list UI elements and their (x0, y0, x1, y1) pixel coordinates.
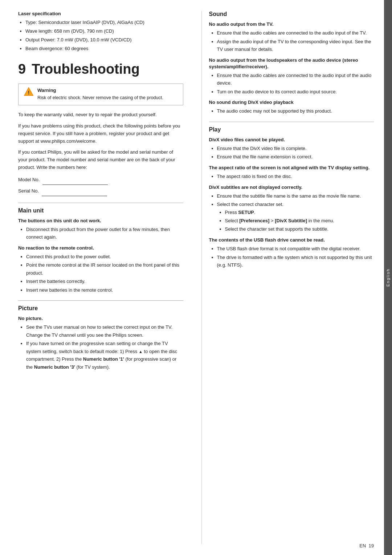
list-item: Select [Preferences] > [DivX Subtitle] i… (225, 217, 374, 224)
aspect-ratio-title: The aspect ratio of the screen is not al… (209, 165, 374, 171)
play-title: Play (209, 126, 374, 133)
list-item: Beam divergence: 60 degrees (25, 45, 183, 53)
left-column: Laser specification Type: Semiconductor … (18, 11, 191, 544)
chapter-name: Troubleshooting (32, 61, 140, 77)
buttons-title: The buttons on this unit do not work. (18, 218, 183, 224)
warning-label: Warning (37, 88, 163, 93)
laser-spec-list: Type: Semiconductor laser InGaAIP (DVD),… (18, 19, 183, 53)
list-item: Turn on the audio device to its correct … (217, 88, 374, 96)
no-sound-divx-title: No sound during DivX video playback (209, 99, 374, 106)
language-label: English (386, 268, 390, 287)
warning-content: Warning Risk of electric shock. Never re… (37, 88, 163, 101)
no-audio-loudspeakers-list: Ensure that the audio cables are connect… (209, 72, 374, 96)
main-unit-title: Main unit (18, 207, 183, 214)
model-label: Model No. (18, 175, 40, 185)
side-language-tab: English (384, 0, 392, 555)
page-footer: EN 19 (359, 543, 374, 548)
chapter-title: 9 Troubleshooting (18, 61, 183, 77)
warning-icon: ! (24, 87, 34, 97)
divx-files-title: DivX video files cannot be played. (209, 137, 374, 143)
list-item: Insert the batteries correctly. (26, 278, 183, 285)
list-item: See the TVs user manual on how to select… (26, 323, 183, 339)
list-item: Connect this product to the power outlet… (26, 253, 183, 260)
serial-field (42, 186, 107, 196)
intro-p3: If you contact Philips, you will be aske… (18, 149, 183, 171)
serial-label: Serial No. (18, 186, 39, 196)
intro-p2: If you have problems using this product,… (18, 122, 183, 145)
remote-list: Connect this product to the power outlet… (18, 253, 183, 294)
list-item: The aspect ratio is fixed on the disc. (217, 173, 374, 180)
subtitles-list: Ensure that the subtitle file name is th… (209, 192, 374, 233)
footer-lang: EN (359, 543, 366, 548)
subtitles-title: DivX subtitles are not displayed correct… (209, 184, 374, 191)
model-line: Model No. (18, 175, 183, 185)
list-item: Assign the audio input of the TV to the … (217, 38, 374, 53)
list-item: Ensure that the DivX video file is compl… (217, 145, 374, 152)
play-divider (209, 122, 374, 122)
list-item: Ensure that the audio cables are connect… (217, 29, 374, 37)
warning-text: Risk of electric shock. Never remove the… (37, 95, 163, 100)
buttons-list: Disconnect this product from the power o… (18, 226, 183, 241)
list-item: Insert new batteries in the remote contr… (26, 286, 183, 294)
main-unit-divider (18, 203, 183, 203)
list-item: Select the character set that supports t… (225, 225, 374, 233)
list-item: Type: Semiconductor laser InGaAIP (DVD),… (25, 19, 183, 27)
list-item: Select the correct character set. Press … (217, 200, 374, 233)
no-audio-loudspeakers-title: No audio output from the loudspeakers of… (209, 57, 374, 70)
warning-box: ! Warning Risk of electric shock. Never … (18, 84, 183, 105)
no-picture-list: See the TVs user manual on how to select… (18, 323, 183, 371)
remote-title: No reaction to the remote control. (18, 245, 183, 251)
usb-title: The contents of the USB flash drive cann… (209, 237, 374, 243)
list-item: The audio codec may not be supported by … (217, 107, 374, 115)
right-column: Sound No audio output from the TV. Ensur… (201, 11, 374, 544)
subtitles-sub-list: Press SETUP. Select [Preferences] > [Div… (217, 208, 374, 233)
svg-text:!: ! (28, 90, 30, 96)
no-audio-tv-list: Ensure that the audio cables are connect… (209, 29, 374, 53)
list-item: Point the remote control at the IR senso… (26, 261, 183, 277)
no-sound-divx-list: The audio codec may not be supported by … (209, 107, 374, 115)
divx-files-list: Ensure that the DivX video file is compl… (209, 145, 374, 161)
list-item: Ensure that the subtitle file name is th… (217, 192, 374, 200)
no-audio-tv-title: No audio output from the TV. (209, 21, 374, 28)
serial-line: Serial No. (18, 186, 183, 196)
list-item: Wave length: 658 nm (DVD), 790 nm (CD) (25, 27, 183, 35)
aspect-ratio-list: The aspect ratio is fixed on the disc. (209, 173, 374, 180)
laser-spec-section: Laser specification Type: Semiconductor … (18, 11, 183, 53)
list-item: The USB flash drive format is not compat… (217, 245, 374, 252)
sound-title: Sound (209, 11, 374, 17)
no-picture-title: No picture. (18, 315, 183, 322)
list-item: Disconnect this product from the power o… (26, 226, 183, 241)
picture-title: Picture (18, 305, 183, 312)
usb-list: The USB flash drive format is not compat… (209, 245, 374, 269)
picture-divider (18, 300, 183, 301)
laser-spec-heading: Laser specification (18, 11, 183, 16)
chapter-number: 9 (18, 61, 26, 77)
list-item: Press SETUP. (225, 208, 374, 216)
list-item: The drive is formatted with a file syste… (217, 254, 374, 269)
intro-p1: To keep the warranty valid, never try to… (18, 111, 183, 119)
model-field (42, 175, 108, 185)
footer-page: 19 (369, 543, 374, 548)
list-item: If you have turned on the progressive sc… (26, 340, 183, 371)
list-item: Ensure that the audio cables are connect… (217, 72, 374, 87)
list-item: Ensure that the file name extension is c… (217, 153, 374, 161)
list-item: Output Power: 7.0 mW (DVD), 10.0 mW (VCD… (25, 36, 183, 44)
